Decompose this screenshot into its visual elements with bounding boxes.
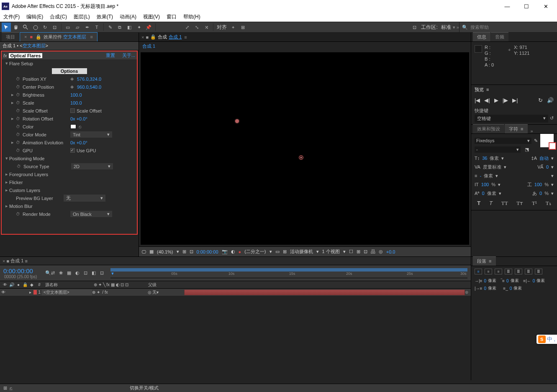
- flare-setup-group[interactable]: ▾Flare Setup: [2, 59, 137, 67]
- rect-tool[interactable]: ▱: [73, 23, 82, 32]
- prev-frame-icon[interactable]: ◀|: [484, 97, 490, 103]
- menu-layer[interactable]: 图层(L): [70, 13, 93, 21]
- close-tab-icon[interactable]: ×: [24, 34, 27, 39]
- roto-tool[interactable]: ✦: [134, 23, 144, 32]
- justify-all-icon[interactable]: ≣: [535, 269, 542, 274]
- play-icon[interactable]: ▶: [494, 97, 498, 103]
- view-axis-icon[interactable]: ⤨: [202, 23, 211, 32]
- shortcut-dropdown[interactable]: 空格键▾: [475, 115, 548, 123]
- comp-tab-link[interactable]: 合成 1: [169, 34, 182, 40]
- pen-tool[interactable]: ✒: [82, 23, 92, 32]
- preview-bg-dropdown[interactable]: 无▾: [64, 195, 105, 202]
- font-style-dropdown[interactable]: -▾: [475, 146, 521, 153]
- effect-controls-tab[interactable]: × ■ 🔒 效果控件 空文本图层 ≡: [20, 32, 98, 41]
- stroke-color-swatch[interactable]: [549, 142, 556, 150]
- menu-window[interactable]: 窗口: [163, 13, 180, 21]
- brush-tool[interactable]: ✎: [105, 23, 115, 32]
- maximize-button[interactable]: ☐: [517, 0, 536, 13]
- justify-right-icon[interactable]: ≣: [525, 269, 532, 274]
- smallcaps-icon[interactable]: Tᴛ: [516, 200, 523, 207]
- preview-tab[interactable]: 预览 ≡: [471, 85, 557, 95]
- toggle-switches[interactable]: 切换开关/模式: [130, 385, 159, 391]
- ime-badge[interactable]: S 中 ,: [536, 335, 557, 344]
- last-frame-icon[interactable]: ▶|: [512, 97, 518, 103]
- keyframe-icon[interactable]: ◈: [70, 76, 75, 82]
- lock-col-icon[interactable]: 🔒: [22, 282, 28, 287]
- snap-edge-icon[interactable]: ⊞: [238, 23, 247, 32]
- audio-tab[interactable]: 音频: [491, 32, 508, 41]
- kerning-value[interactable]: 度量标准: [483, 164, 501, 170]
- mute-icon[interactable]: 🔊: [547, 97, 554, 103]
- rotation-tool[interactable]: ↻: [40, 23, 49, 32]
- bold-icon[interactable]: T: [477, 200, 480, 207]
- time-ruler[interactable]: ▼ 05s 10s 15s 20s 25s 30s: [110, 272, 467, 278]
- font-dropdown[interactable]: Fixedsys▾: [475, 138, 531, 144]
- work-area-bar[interactable]: [110, 268, 467, 272]
- camera-tool[interactable]: ⊡: [50, 23, 59, 32]
- tab-menu-icon[interactable]: ≡: [90, 34, 92, 39]
- selection-tool[interactable]: [2, 23, 11, 32]
- tl-icon[interactable]: ◐: [75, 270, 80, 276]
- grid-icon[interactable]: ▦: [149, 249, 154, 254]
- vscale-value[interactable]: 100: [481, 182, 489, 187]
- audio-col-icon[interactable]: 🔊: [8, 282, 15, 287]
- tl-icon[interactable]: ◧: [92, 270, 96, 276]
- tl-icon[interactable]: ⊡: [84, 270, 87, 276]
- tl-icon[interactable]: ⇄: [51, 270, 55, 276]
- color-swatch[interactable]: [70, 124, 76, 129]
- sync-icon[interactable]: ⊡: [410, 23, 419, 32]
- exposure-value[interactable]: +0.0: [386, 249, 395, 254]
- render-mode-dropdown[interactable]: On Black▾: [70, 211, 112, 217]
- anchor-tool[interactable]: ▭: [63, 23, 72, 32]
- menu-composition[interactable]: 合成(C): [46, 13, 70, 21]
- search-icon[interactable]: 🔍: [45, 270, 51, 276]
- footer-icon[interactable]: ⊞: [3, 385, 7, 391]
- allcaps-icon[interactable]: TT: [501, 200, 508, 207]
- menu-effect[interactable]: 效果(T): [93, 13, 116, 21]
- effect-about[interactable]: 关于...: [122, 53, 135, 58]
- footer-icon[interactable]: ⎌: [10, 386, 13, 391]
- tl-icon[interactable]: ▦: [67, 270, 71, 276]
- tracking-value[interactable]: 0: [546, 164, 549, 169]
- layer-duration-bar[interactable]: [184, 290, 465, 295]
- info-tab[interactable]: 信息: [473, 32, 490, 41]
- time-display[interactable]: 0:00:00:00: [197, 249, 218, 254]
- superscript-icon[interactable]: T¹: [532, 200, 537, 207]
- zoom-value[interactable]: (40.1%): [157, 249, 173, 254]
- effects-presets-tab[interactable]: 效果和预设: [473, 124, 504, 133]
- views-value[interactable]: 1 个视图: [322, 249, 340, 255]
- zoom-tool[interactable]: [21, 23, 30, 32]
- swap-icon[interactable]: ⬔: [525, 147, 529, 152]
- justify-center-icon[interactable]: ≣: [515, 269, 522, 274]
- tl-icon[interactable]: ❀: [59, 270, 63, 276]
- channel-icon[interactable]: ●: [239, 249, 241, 254]
- workspace-value[interactable]: 标准: [441, 24, 451, 31]
- menu-edit[interactable]: 编辑(E): [23, 13, 46, 21]
- options-button[interactable]: Options: [52, 68, 87, 74]
- eraser-tool[interactable]: ◧: [125, 23, 134, 32]
- align-right-icon[interactable]: ≡: [495, 269, 502, 274]
- menu-help[interactable]: 帮助(H): [180, 13, 204, 21]
- timeline-tab[interactable]: 合成 1: [10, 258, 23, 264]
- align-left-icon[interactable]: ≡: [475, 269, 482, 274]
- effect-header[interactable]: fx Optical Flares 重置 关于...: [2, 51, 137, 59]
- hscale-value[interactable]: 100: [534, 182, 542, 187]
- tl-icon[interactable]: ⊡: [100, 270, 104, 276]
- scale-offset-checkbox[interactable]: [70, 108, 75, 113]
- fill-color-swatch[interactable]: [540, 134, 554, 147]
- resolution-icon[interactable]: ⊞: [182, 249, 186, 254]
- reset-icon[interactable]: ↺: [550, 115, 554, 121]
- foreground-group[interactable]: ▸Foreground Layers: [2, 170, 137, 178]
- flare-center-icon[interactable]: [299, 155, 303, 160]
- camera-value[interactable]: 活动摄像机: [290, 249, 313, 255]
- text-tool[interactable]: T: [92, 23, 101, 32]
- project-tab[interactable]: 项目: [2, 32, 19, 41]
- parent-dropdown[interactable]: 无▾: [152, 290, 177, 295]
- gpu-checkbox[interactable]: [70, 148, 75, 153]
- justify-left-icon[interactable]: ≣: [505, 269, 512, 274]
- positioning-mode-group[interactable]: ▾Positioning Mode: [2, 154, 137, 162]
- eyedropper-icon[interactable]: ⎋: [79, 124, 82, 129]
- motion-blur-group[interactable]: ▸Motion Blur: [2, 202, 137, 210]
- baseline-value[interactable]: 0: [482, 191, 484, 196]
- close-button[interactable]: ✕: [536, 0, 555, 13]
